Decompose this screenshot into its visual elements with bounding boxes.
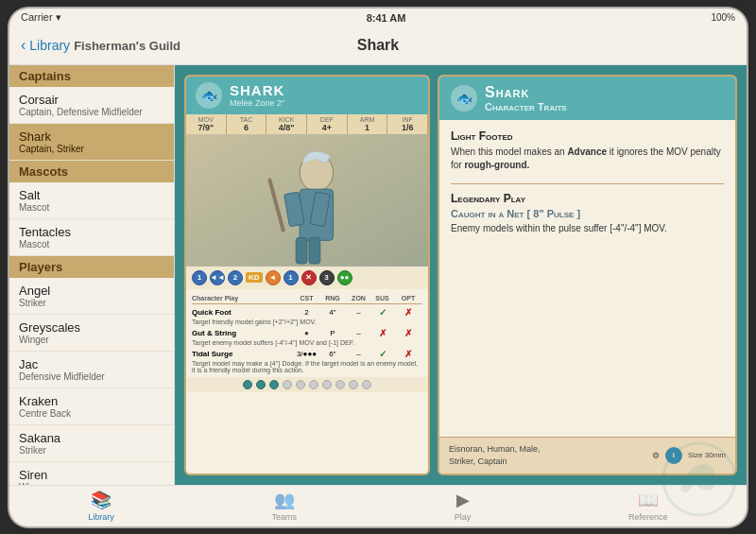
- token-8: ●●: [337, 270, 352, 285]
- card-header: 🐟 SHARK Melee Zone 2": [186, 77, 428, 114]
- nav-bar: ‹ Library Fisherman's Guild Shark: [9, 27, 747, 65]
- stat-cell: DEF4+: [307, 114, 348, 134]
- plays-col-cst: CST: [295, 295, 318, 301]
- time-text: 8:41 AM: [367, 12, 406, 24]
- play-desc-1: Target friendly model gains [+2"/+2"] MO…: [192, 319, 422, 325]
- card-area: 🐟 SHARK Melee Zone 2" MOV7/9"TAC6KICK4/8…: [175, 65, 747, 485]
- progress-dot: [335, 380, 345, 389]
- stat-cell: KICK4/8": [266, 114, 307, 134]
- tab-library-icon: 📚: [91, 490, 112, 510]
- traits-header: 🐟 Shark Character Traits: [439, 77, 735, 120]
- sidebar-item-name: Salt: [19, 188, 164, 202]
- sidebar-item[interactable]: AngelStriker: [9, 278, 174, 315]
- play-rng-2: P: [318, 329, 347, 337]
- card-image-area: [186, 134, 428, 267]
- sidebar-item[interactable]: SaltMascot: [9, 182, 174, 219]
- card-header-icon: 🐟: [196, 82, 222, 109]
- sidebar-item-name: Sakana: [19, 431, 164, 445]
- tab-play-label: Play: [455, 512, 472, 522]
- stats-row: MOV7/9"TAC6KICK4/8"DEF4+ARM1INF1/6: [186, 114, 428, 134]
- sidebar-item-name: Tentacles: [19, 225, 164, 239]
- play-opt-2: ✗: [394, 328, 422, 338]
- play-rng-1: 4": [318, 308, 347, 317]
- carrier-text: Carrier ▾: [21, 11, 61, 24]
- sidebar-item-name: Jac: [19, 357, 164, 371]
- play-name-2: Gut & String: [192, 329, 295, 337]
- token-4: ◄: [266, 270, 281, 285]
- sidebar-item-sub: Mascot: [19, 202, 164, 213]
- progress-dot: [243, 380, 252, 389]
- play-desc-2: Target enemy model suffers [-4"/-4"] MOV…: [192, 339, 422, 346]
- sidebar-item-name: Greyscales: [19, 320, 164, 335]
- sidebar-item[interactable]: SirenWinger: [9, 462, 174, 485]
- sidebar-item-sub: Striker: [19, 298, 164, 308]
- play-cst-3: 3/●●●: [295, 350, 318, 358]
- trait-desc-1: When this model makes an Advance it igno…: [451, 146, 724, 172]
- sidebar-item[interactable]: SharkCaptain, Striker: [9, 124, 174, 161]
- tab-reference[interactable]: 📖 Reference: [628, 490, 668, 522]
- card-character-name: SHARK: [230, 82, 284, 98]
- progress-dot: [362, 380, 371, 389]
- plays-section: Character Play CST RNG ZON SUS OPT Quick…: [186, 289, 428, 377]
- plays-col-zon: ZON: [347, 295, 370, 301]
- traits-subtitle: Character Traits: [485, 101, 567, 112]
- stat-cell: INF1/6: [387, 114, 428, 134]
- card-melee-zone: Melee Zone 2": [230, 98, 284, 108]
- sidebar-item-name: Angel: [19, 284, 164, 298]
- token-5: 1: [284, 270, 299, 285]
- tab-library-label: Library: [88, 512, 114, 522]
- sidebar-item[interactable]: JacDefensive Midfielder: [9, 352, 174, 388]
- sidebar-item-sub: Captain, Defensive Midfielder: [19, 107, 164, 117]
- tab-play-icon: ▶: [456, 490, 470, 510]
- play-sus-2: ✗: [370, 328, 394, 338]
- play-row-2: Gut & String ● P – ✗ ✗ Target enemy mode…: [192, 328, 422, 346]
- back-chevron-icon[interactable]: ‹: [21, 37, 26, 54]
- plays-col-sus: SUS: [370, 295, 394, 301]
- stat-cell: ARM1: [348, 114, 388, 134]
- plays-col-rng: RNG: [318, 295, 347, 301]
- back-label[interactable]: Library: [29, 38, 70, 53]
- progress-dot: [269, 380, 279, 389]
- tab-teams[interactable]: 👥 Teams: [272, 490, 298, 522]
- play-desc-3: Target model may make a {4"} Dodge. If t…: [192, 360, 422, 373]
- token-6: ✕: [301, 270, 317, 285]
- legendary-play-section: Legendary Play Caught in a Net [ 8" Puls…: [451, 183, 724, 235]
- sidebar-item[interactable]: GreyscalesWinger: [9, 315, 174, 352]
- tab-bar: 📚 Library 👥 Teams ▶ Play 📖 Reference: [9, 485, 747, 526]
- progress-dot: [256, 380, 266, 389]
- legendary-play-label: Legendary Play: [451, 192, 724, 205]
- tab-library[interactable]: 📚 Library: [88, 490, 114, 522]
- sidebar-item[interactable]: KrakenCentre Back: [9, 388, 174, 425]
- content-area: 🐟 SHARK Melee Zone 2" MOV7/9"TAC6KICK4/8…: [175, 65, 747, 485]
- progress-dot: [283, 380, 292, 389]
- tab-play[interactable]: ▶ Play: [455, 490, 472, 522]
- character-art: [186, 134, 428, 267]
- tab-reference-icon: 📖: [638, 490, 659, 510]
- battery-text: 100%: [711, 12, 735, 23]
- sidebar-item[interactable]: SakanaStriker: [9, 425, 174, 462]
- sidebar-item-sub: Mascot: [19, 239, 164, 250]
- sidebar-item[interactable]: CorsairCaptain, Defensive Midfielder: [9, 87, 174, 124]
- stat-cell: TAC6: [227, 114, 267, 134]
- svg-rect-5: [296, 237, 307, 264]
- nav-back-area[interactable]: ‹ Library Fisherman's Guild: [21, 37, 180, 54]
- nav-center-title: Shark: [357, 37, 399, 54]
- tab-teams-label: Teams: [272, 512, 298, 522]
- play-name-3: Tidal Surge: [192, 350, 295, 358]
- sidebar-section-header: Captains: [9, 65, 174, 87]
- trait-light-footed: Light Footed When this model makes an Ad…: [451, 129, 724, 172]
- shark-watermark: [662, 441, 737, 475]
- play-row-3: Tidal Surge 3/●●● 6" – ✓ ✗ Target model …: [192, 349, 422, 373]
- play-sus-1: ✓: [370, 307, 394, 318]
- sidebar-section-header: Mascots: [9, 161, 174, 182]
- token-7: 3: [319, 270, 335, 285]
- play-zon-3: –: [347, 350, 370, 358]
- sidebar-section-header: Players: [9, 256, 174, 278]
- token-1: 1: [192, 270, 207, 285]
- legendary-play-desc: Enemy models within the pulse suffer [-4…: [451, 222, 724, 235]
- sidebar-item[interactable]: TentaclesMascot: [9, 219, 174, 256]
- trait-title-1: Light Footed: [451, 129, 724, 143]
- ipad-frame: Carrier ▾ 8:41 AM 100% ‹ Library Fisherm…: [9, 9, 747, 526]
- sidebar-item-sub: Defensive Midfielder: [19, 371, 164, 382]
- progress-dots: [186, 377, 428, 392]
